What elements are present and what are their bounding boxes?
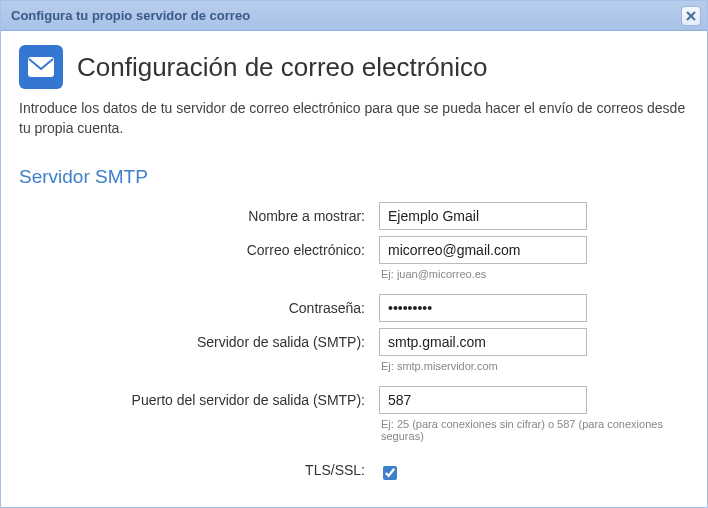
email-input[interactable] xyxy=(379,236,587,264)
label-password: Contraseña: xyxy=(19,294,379,316)
row-password: Contraseña: xyxy=(19,294,689,322)
smtp-port-input[interactable] xyxy=(379,386,587,414)
header-row: Configuración de correo electrónico xyxy=(19,45,689,89)
smtp-server-input[interactable] xyxy=(379,328,587,356)
tls-checkbox[interactable] xyxy=(383,466,397,480)
smtp-form: Nombre a mostrar: Correo electrónico: Ej… xyxy=(19,202,689,483)
row-tls: TLS/SSL: xyxy=(19,456,689,483)
display-name-input[interactable] xyxy=(379,202,587,230)
mail-icon xyxy=(19,45,63,89)
label-smtp-port: Puerto del servidor de salida (SMTP): xyxy=(19,386,379,408)
window-title: Configura tu propio servidor de correo xyxy=(11,8,250,23)
email-config-dialog: Configura tu propio servidor de correo C… xyxy=(0,0,708,508)
intro-text: Introduce los datos de tu servidor de co… xyxy=(19,99,689,138)
label-email: Correo electrónico: xyxy=(19,236,379,258)
label-display-name: Nombre a mostrar: xyxy=(19,202,379,224)
hint-email: Ej: juan@micorreo.es xyxy=(381,268,689,280)
page-title: Configuración de correo electrónico xyxy=(77,52,487,83)
dialog-content: Configuración de correo electrónico Intr… xyxy=(1,31,707,507)
close-button[interactable] xyxy=(681,6,701,26)
row-email: Correo electrónico: Ej: juan@micorreo.es xyxy=(19,236,689,288)
close-icon xyxy=(686,11,696,21)
label-tls: TLS/SSL: xyxy=(19,456,379,478)
password-input[interactable] xyxy=(379,294,587,322)
title-bar: Configura tu propio servidor de correo xyxy=(1,1,707,31)
hint-smtp-port: Ej: 25 (para conexiones sin cifrar) o 58… xyxy=(381,418,689,442)
row-smtp-server: Servidor de salida (SMTP): Ej: smtp.mise… xyxy=(19,328,689,380)
label-smtp-server: Servidor de salida (SMTP): xyxy=(19,328,379,350)
row-smtp-port: Puerto del servidor de salida (SMTP): Ej… xyxy=(19,386,689,450)
hint-smtp-server: Ej: smtp.miservidor.com xyxy=(381,360,689,372)
svg-rect-2 xyxy=(28,57,54,77)
section-heading: Servidor SMTP xyxy=(19,166,689,188)
row-display-name: Nombre a mostrar: xyxy=(19,202,689,230)
